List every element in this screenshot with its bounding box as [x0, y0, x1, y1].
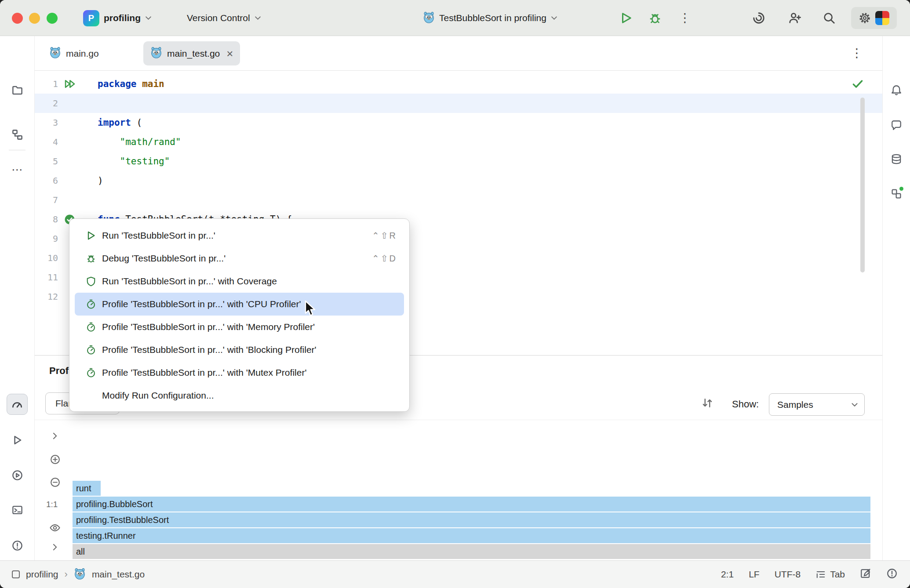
flame-graph: runtprofiling.BubbleSortprofiling.TestBu… [73, 481, 870, 560]
database-icon [891, 153, 902, 165]
menu-item-5[interactable]: Profile 'TestBubbleSort in pr...' with '… [75, 316, 404, 338]
go-test-icon [423, 11, 435, 25]
code-line-5[interactable]: 5 "testing" [35, 152, 882, 171]
go-test-file-icon [74, 568, 86, 581]
more-actions-button[interactable]: ⋮ [676, 9, 694, 27]
vcs-label: Version Control [187, 13, 250, 23]
flame-bar[interactable]: all [73, 544, 870, 559]
show-mode-value: Samples [777, 399, 813, 410]
flame-bar[interactable]: runt [73, 481, 101, 496]
line-number: 1 [35, 79, 58, 89]
tab-main-go[interactable]: main.go [49, 41, 99, 65]
menu-item-7[interactable]: Profile 'TestBubbleSort in pr...' with '… [75, 361, 404, 384]
expand-top-button[interactable] [49, 430, 61, 442]
project-widget[interactable]: P profiling [83, 0, 152, 36]
services-tool-button[interactable] [7, 465, 28, 486]
code-line-7[interactable]: 7 [35, 190, 882, 210]
breadcrumb-file[interactable]: main_test.go [92, 569, 145, 580]
zoom-in-button[interactable] [49, 453, 61, 465]
code-line-3[interactable]: 3import ( [35, 113, 882, 132]
play-icon [11, 434, 23, 446]
menu-item-4[interactable]: Profile 'TestBubbleSort in pr...' with '… [75, 293, 404, 316]
expand-bottom-button[interactable] [49, 541, 61, 553]
run-tool-button[interactable] [7, 429, 28, 450]
visibility-button[interactable] [49, 522, 61, 534]
close-tab-icon[interactable]: × [226, 48, 233, 59]
sort-button[interactable] [701, 397, 713, 411]
gear-icon[interactable] [859, 12, 871, 24]
debug-button[interactable] [646, 9, 664, 27]
code-line-4[interactable]: 4 "math/rand" [35, 132, 882, 152]
chevron-down-icon [255, 16, 261, 20]
run-configuration-name: TestBubbleSort in profiling [439, 13, 546, 23]
chat-bubble-icon [891, 120, 902, 131]
menu-item-8[interactable]: Modify Run Configuration... [75, 384, 404, 407]
menu-item-3[interactable]: Run 'TestBubbleSort in pr...' with Cover… [75, 270, 404, 293]
tab-options-icon[interactable]: ⋮ [851, 46, 863, 60]
run-test-gutter-icon[interactable] [62, 78, 77, 90]
flame-bar[interactable]: profiling.TestBubbleSort [73, 512, 870, 527]
file-encoding[interactable]: UTF-8 [775, 569, 801, 580]
zoom-reset-button[interactable]: 1:1 [46, 500, 58, 509]
inspections-passed-icon[interactable] [852, 78, 864, 92]
terminal-tool-button[interactable] [7, 499, 28, 520]
run-icon [86, 230, 96, 241]
more-icon: ⋯ [11, 163, 23, 177]
close-window-button[interactable] [12, 13, 23, 24]
breadcrumb-project[interactable]: profiling [26, 569, 58, 580]
project-tool-button[interactable] [7, 80, 28, 101]
line-number: 12 [35, 291, 58, 302]
run-button[interactable] [617, 9, 635, 27]
menu-item-1[interactable]: Run 'TestBubbleSort in pr...'⌃⇧R [75, 224, 404, 247]
flame-bar[interactable]: testing.tRunner [73, 528, 870, 543]
menu-item-6[interactable]: Profile 'TestBubbleSort in pr...' with '… [75, 338, 404, 361]
writable-toggle[interactable] [860, 568, 871, 581]
vcs-widget[interactable]: Version Control [187, 0, 261, 36]
show-mode-select[interactable]: Samples [769, 393, 865, 416]
chevron-down-icon [551, 16, 557, 20]
ai-chat-tool-button[interactable] [886, 115, 907, 136]
code-line-1[interactable]: 1package main [35, 74, 882, 94]
dependencies-tool-button[interactable] [886, 183, 907, 204]
profile-icon [86, 299, 96, 309]
caret-position[interactable]: 2:1 [721, 569, 734, 580]
debug-icon [86, 253, 96, 264]
avatar[interactable] [875, 11, 889, 25]
minimize-window-button[interactable] [29, 13, 40, 24]
status-bar: profiling › main_test.go 2:1 LF UTF-8 Ta… [0, 560, 910, 588]
run-context-menu: Run 'TestBubbleSort in pr...'⌃⇧RDebug 'T… [69, 218, 410, 412]
status-breadcrumb[interactable]: profiling › main_test.go [12, 568, 145, 581]
search-button[interactable] [820, 9, 838, 27]
editor-tab-bar: main.go main_test.go × ⋮ [35, 36, 882, 71]
database-tool-button[interactable] [886, 149, 907, 170]
settings-group[interactable] [851, 7, 897, 29]
update-dot [899, 187, 903, 191]
editor-scrollbar[interactable] [860, 98, 865, 272]
flame-bar[interactable]: profiling.BubbleSort [73, 497, 870, 512]
line-separator[interactable]: LF [749, 569, 760, 580]
project-name: profiling [104, 13, 141, 23]
profiler-tool-button[interactable] [7, 394, 28, 415]
code-line-2[interactable]: 2 [35, 94, 882, 113]
ai-assistant-button[interactable] [750, 9, 768, 27]
panel-divider [35, 420, 882, 420]
fullscreen-window-button[interactable] [47, 13, 58, 24]
run-configuration-widget[interactable]: TestBubbleSort in profiling [423, 0, 557, 36]
tab-main-test-go[interactable]: main_test.go × [143, 41, 240, 65]
chevron-right-icon [51, 432, 59, 440]
menu-item-2[interactable]: Debug 'TestBubbleSort in pr...'⌃⇧D [75, 247, 404, 270]
menu-item-label: Profile 'TestBubbleSort in pr...' with '… [102, 299, 384, 309]
code-line-6[interactable]: 6) [35, 171, 882, 190]
commit-tool-button[interactable] [7, 124, 28, 145]
zoom-in-icon [50, 454, 61, 465]
folder-icon [11, 84, 23, 96]
zoom-out-button[interactable] [49, 476, 61, 488]
line-number: 11 [35, 272, 58, 283]
status-indicator[interactable] [886, 568, 898, 581]
indent-widget[interactable]: Tab [815, 569, 845, 580]
add-user-button[interactable] [786, 9, 804, 27]
notifications-button[interactable] [886, 80, 907, 101]
menu-item-label: Run 'TestBubbleSort in pr...' with Cover… [102, 276, 384, 287]
more-tool-windows-button[interactable]: ⋯ [7, 159, 28, 180]
problems-tool-button[interactable] [7, 535, 28, 556]
